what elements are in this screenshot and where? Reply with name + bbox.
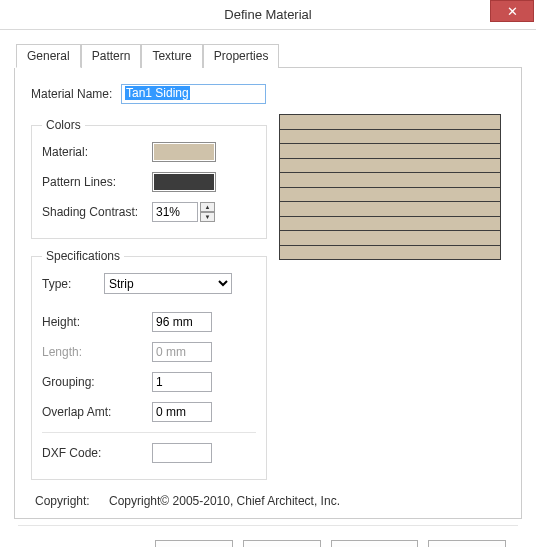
preview-stripe [280,217,500,232]
grouping-label: Grouping: [42,375,152,389]
dxf-code-label: DXF Code: [42,446,152,460]
height-label: Height: [42,315,152,329]
title-bar: Define Material ✕ [0,0,536,30]
num-style-button[interactable]: Num Style... [331,540,418,547]
length-label: Length: [42,345,152,359]
window-title: Define Material [0,7,536,22]
length-input [152,342,212,362]
material-preview [279,114,501,260]
chevron-up-icon: ▲ [205,204,211,210]
type-select[interactable]: Strip [104,273,232,294]
tab-panel-general: Material Name: Tan1 Siding Colors Materi… [14,68,522,519]
material-color-swatch[interactable] [152,142,216,162]
shading-contrast-label: Shading Contrast: [42,205,152,219]
preview-stripe [280,144,500,159]
close-button[interactable]: ✕ [490,0,534,22]
preview-stripe [280,159,500,174]
shading-contrast-input[interactable] [152,202,198,222]
overlap-label: Overlap Amt: [42,405,152,419]
material-color-label: Material: [42,145,152,159]
preview-stripe [280,202,500,217]
contrast-spin-up[interactable]: ▲ [200,202,215,212]
dxf-code-input[interactable] [152,443,212,463]
cancel-button[interactable]: Cancel [243,540,321,547]
pattern-lines-swatch[interactable] [152,172,216,192]
ok-button[interactable]: OK [155,540,233,547]
type-label: Type: [42,277,104,291]
preview-stripe [280,188,500,203]
contrast-spinner: ▲ ▼ [200,202,215,222]
colors-group: Colors Material: Pattern Lines: Shading … [31,118,267,239]
preview-stripe [280,246,500,260]
copyright-label: Copyright: [35,494,109,508]
preview-stripe [280,231,500,246]
dialog-content: General Pattern Texture Properties Mater… [0,30,536,547]
material-name-input[interactable]: Tan1 Siding [121,84,266,104]
tab-general[interactable]: General [16,44,81,68]
preview-stripe [280,130,500,145]
copyright-row: Copyright: Copyright© 2005-2010, Chief A… [35,494,505,508]
help-button[interactable]: Help [428,540,506,547]
spec-separator [42,432,256,433]
pattern-lines-label: Pattern Lines: [42,175,152,189]
tab-texture[interactable]: Texture [141,44,202,68]
specifications-group: Specifications Type: Strip Height: Lengt… [31,249,267,480]
preview-stripe [280,173,500,188]
specifications-legend: Specifications [42,249,124,263]
material-name-row: Material Name: Tan1 Siding [31,84,505,104]
preview-stripe [280,115,500,130]
colors-legend: Colors [42,118,85,132]
tab-properties[interactable]: Properties [203,44,280,68]
overlap-input[interactable] [152,402,212,422]
grouping-input[interactable] [152,372,212,392]
contrast-spin-down[interactable]: ▼ [200,212,215,222]
material-name-value: Tan1 Siding [125,86,190,100]
material-name-label: Material Name: [31,87,121,101]
tab-pattern[interactable]: Pattern [81,44,142,68]
close-icon: ✕ [507,4,518,19]
height-input[interactable] [152,312,212,332]
chevron-down-icon: ▼ [205,214,211,220]
button-bar: OK Cancel Num Style... Help [18,525,518,547]
copyright-text: Copyright© 2005-2010, Chief Architect, I… [109,494,340,508]
tab-strip: General Pattern Texture Properties [16,44,522,68]
